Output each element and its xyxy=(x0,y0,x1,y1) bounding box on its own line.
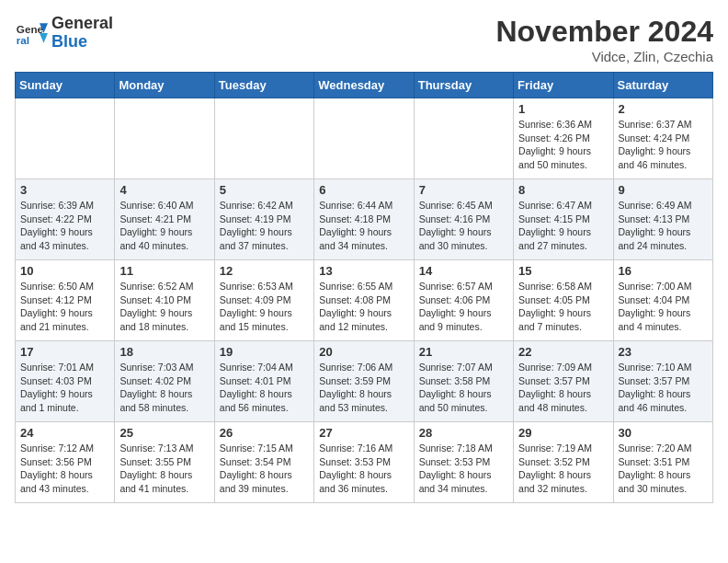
day-cell: 21Sunrise: 7:07 AM Sunset: 3:58 PM Dayli… xyxy=(414,341,513,422)
week-row-2: 3Sunrise: 6:39 AM Sunset: 4:22 PM Daylig… xyxy=(16,179,713,260)
day-detail: Sunrise: 6:52 AM Sunset: 4:10 PM Dayligh… xyxy=(119,280,209,334)
logo-general-text: General xyxy=(51,15,113,33)
day-cell: 22Sunrise: 7:09 AM Sunset: 3:57 PM Dayli… xyxy=(514,341,613,422)
week-row-3: 10Sunrise: 6:50 AM Sunset: 4:12 PM Dayli… xyxy=(16,260,713,341)
day-detail: Sunrise: 6:55 AM Sunset: 4:08 PM Dayligh… xyxy=(319,280,408,334)
day-number: 10 xyxy=(20,264,109,278)
logo: Gene ral General Blue xyxy=(15,15,113,52)
day-number: 1 xyxy=(518,102,608,116)
day-detail: Sunrise: 6:53 AM Sunset: 4:09 PM Dayligh… xyxy=(220,280,309,334)
logo-text: General Blue xyxy=(51,15,113,52)
day-detail: Sunrise: 6:58 AM Sunset: 4:05 PM Dayligh… xyxy=(518,280,608,334)
header-row: SundayMondayTuesdayWednesdayThursdayFrid… xyxy=(16,73,713,98)
day-number: 12 xyxy=(220,264,309,278)
day-cell: 7Sunrise: 6:45 AM Sunset: 4:16 PM Daylig… xyxy=(414,179,513,260)
day-number: 14 xyxy=(419,264,508,278)
logo-blue-text: Blue xyxy=(51,33,113,52)
day-number: 4 xyxy=(119,183,209,197)
day-detail: Sunrise: 6:57 AM Sunset: 4:06 PM Dayligh… xyxy=(419,280,508,334)
day-detail: Sunrise: 6:37 AM Sunset: 4:24 PM Dayligh… xyxy=(619,118,708,172)
day-cell: 25Sunrise: 7:13 AM Sunset: 3:55 PM Dayli… xyxy=(115,422,214,503)
col-header-friday: Friday xyxy=(514,73,613,98)
calendar-table: SundayMondayTuesdayWednesdayThursdayFrid… xyxy=(15,72,713,503)
day-detail: Sunrise: 6:49 AM Sunset: 4:13 PM Dayligh… xyxy=(619,199,708,253)
page-header: Gene ral General Blue November 2024 Vidc… xyxy=(15,15,713,64)
day-detail: Sunrise: 7:16 AM Sunset: 3:53 PM Dayligh… xyxy=(319,442,408,496)
week-row-5: 24Sunrise: 7:12 AM Sunset: 3:56 PM Dayli… xyxy=(16,422,713,503)
col-header-tuesday: Tuesday xyxy=(214,73,313,98)
day-cell: 26Sunrise: 7:15 AM Sunset: 3:54 PM Dayli… xyxy=(214,422,313,503)
day-cell: 17Sunrise: 7:01 AM Sunset: 4:03 PM Dayli… xyxy=(16,341,115,422)
day-number: 13 xyxy=(319,264,408,278)
day-number: 7 xyxy=(419,183,508,197)
day-number: 26 xyxy=(220,426,309,440)
day-number: 3 xyxy=(20,183,109,197)
day-number: 17 xyxy=(20,345,109,359)
day-detail: Sunrise: 7:06 AM Sunset: 3:59 PM Dayligh… xyxy=(319,361,408,415)
title-block: November 2024 Vidce, Zlin, Czechia xyxy=(495,15,713,64)
day-number: 30 xyxy=(619,426,708,440)
day-number: 6 xyxy=(319,183,408,197)
day-cell: 15Sunrise: 6:58 AM Sunset: 4:05 PM Dayli… xyxy=(514,260,613,341)
day-cell: 4Sunrise: 6:40 AM Sunset: 4:21 PM Daylig… xyxy=(115,179,214,260)
day-detail: Sunrise: 7:00 AM Sunset: 4:04 PM Dayligh… xyxy=(619,280,708,334)
day-cell: 23Sunrise: 7:10 AM Sunset: 3:57 PM Dayli… xyxy=(613,341,712,422)
day-cell: 12Sunrise: 6:53 AM Sunset: 4:09 PM Dayli… xyxy=(214,260,313,341)
svg-text:ral: ral xyxy=(17,33,29,45)
day-number: 11 xyxy=(119,264,209,278)
day-detail: Sunrise: 6:44 AM Sunset: 4:18 PM Dayligh… xyxy=(319,199,408,253)
day-cell: 27Sunrise: 7:16 AM Sunset: 3:53 PM Dayli… xyxy=(314,422,414,503)
day-cell: 10Sunrise: 6:50 AM Sunset: 4:12 PM Dayli… xyxy=(16,260,115,341)
day-number: 19 xyxy=(220,345,309,359)
day-cell: 24Sunrise: 7:12 AM Sunset: 3:56 PM Dayli… xyxy=(16,422,115,503)
day-cell: 8Sunrise: 6:47 AM Sunset: 4:15 PM Daylig… xyxy=(514,179,613,260)
calendar-location: Vidce, Zlin, Czechia xyxy=(495,49,713,64)
day-cell: 14Sunrise: 6:57 AM Sunset: 4:06 PM Dayli… xyxy=(414,260,513,341)
day-number: 23 xyxy=(619,345,708,359)
week-row-4: 17Sunrise: 7:01 AM Sunset: 4:03 PM Dayli… xyxy=(16,341,713,422)
day-cell: 1Sunrise: 6:36 AM Sunset: 4:26 PM Daylig… xyxy=(514,98,613,179)
day-detail: Sunrise: 7:13 AM Sunset: 3:55 PM Dayligh… xyxy=(119,442,209,496)
day-detail: Sunrise: 7:03 AM Sunset: 4:02 PM Dayligh… xyxy=(119,361,209,415)
day-detail: Sunrise: 7:09 AM Sunset: 3:57 PM Dayligh… xyxy=(518,361,608,415)
day-number: 8 xyxy=(518,183,608,197)
day-cell: 2Sunrise: 6:37 AM Sunset: 4:24 PM Daylig… xyxy=(613,98,712,179)
day-detail: Sunrise: 7:15 AM Sunset: 3:54 PM Dayligh… xyxy=(220,442,309,496)
day-number: 2 xyxy=(619,102,708,116)
day-number: 28 xyxy=(419,426,508,440)
day-cell: 3Sunrise: 6:39 AM Sunset: 4:22 PM Daylig… xyxy=(16,179,115,260)
day-number: 24 xyxy=(20,426,109,440)
day-detail: Sunrise: 6:50 AM Sunset: 4:12 PM Dayligh… xyxy=(20,280,109,334)
day-cell xyxy=(115,98,214,179)
day-number: 18 xyxy=(119,345,209,359)
day-number: 20 xyxy=(319,345,408,359)
calendar-body: 1Sunrise: 6:36 AM Sunset: 4:26 PM Daylig… xyxy=(16,98,713,503)
week-row-1: 1Sunrise: 6:36 AM Sunset: 4:26 PM Daylig… xyxy=(16,98,713,179)
col-header-sunday: Sunday xyxy=(16,73,115,98)
day-cell: 6Sunrise: 6:44 AM Sunset: 4:18 PM Daylig… xyxy=(314,179,414,260)
svg-marker-3 xyxy=(40,33,48,43)
day-detail: Sunrise: 7:07 AM Sunset: 3:58 PM Dayligh… xyxy=(419,361,508,415)
day-detail: Sunrise: 7:10 AM Sunset: 3:57 PM Dayligh… xyxy=(619,361,708,415)
col-header-saturday: Saturday xyxy=(613,73,712,98)
day-number: 9 xyxy=(619,183,708,197)
day-number: 21 xyxy=(419,345,508,359)
col-header-monday: Monday xyxy=(115,73,214,98)
day-cell: 13Sunrise: 6:55 AM Sunset: 4:08 PM Dayli… xyxy=(314,260,414,341)
day-detail: Sunrise: 7:18 AM Sunset: 3:53 PM Dayligh… xyxy=(419,442,508,496)
day-detail: Sunrise: 6:47 AM Sunset: 4:15 PM Dayligh… xyxy=(518,199,608,253)
day-cell: 20Sunrise: 7:06 AM Sunset: 3:59 PM Dayli… xyxy=(314,341,414,422)
day-number: 25 xyxy=(119,426,209,440)
day-cell: 29Sunrise: 7:19 AM Sunset: 3:52 PM Dayli… xyxy=(514,422,613,503)
day-detail: Sunrise: 7:04 AM Sunset: 4:01 PM Dayligh… xyxy=(220,361,309,415)
day-detail: Sunrise: 7:12 AM Sunset: 3:56 PM Dayligh… xyxy=(20,442,109,496)
day-cell xyxy=(16,98,115,179)
day-cell: 19Sunrise: 7:04 AM Sunset: 4:01 PM Dayli… xyxy=(214,341,313,422)
day-cell: 28Sunrise: 7:18 AM Sunset: 3:53 PM Dayli… xyxy=(414,422,513,503)
logo-icon: Gene ral xyxy=(15,17,48,50)
col-header-wednesday: Wednesday xyxy=(314,73,414,98)
calendar-title: November 2024 xyxy=(495,15,713,49)
day-number: 15 xyxy=(518,264,608,278)
day-detail: Sunrise: 6:42 AM Sunset: 4:19 PM Dayligh… xyxy=(220,199,309,253)
day-number: 29 xyxy=(518,426,608,440)
